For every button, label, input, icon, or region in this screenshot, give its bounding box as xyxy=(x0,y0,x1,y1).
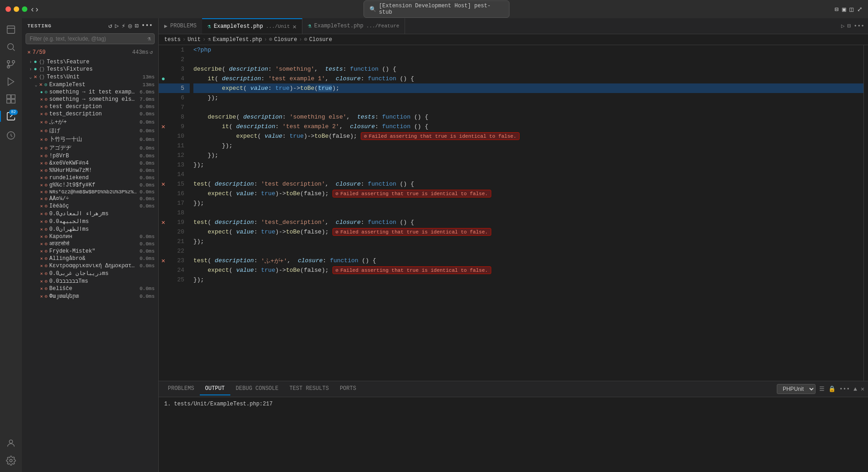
split-editor-icon[interactable]: ⊟ xyxy=(835,5,838,13)
nav-forward-button[interactable]: › xyxy=(36,5,38,14)
list-item[interactable]: ✕ ⊙ 卜竹弓一十山 0.0ms xyxy=(22,135,158,144)
line-num-15: 15 xyxy=(168,181,190,187)
list-item[interactable]: ✕ ⊙ Փայտակերտ 0.0ms xyxy=(22,292,158,300)
code-editor[interactable]: 1 2 3 ●4 5 6 7 8 ✕9 10 11 12 13 14 ✕15 xyxy=(159,45,868,381)
list-item[interactable]: ✕ ⊙ 0.0الجبيههms xyxy=(22,218,158,225)
sidebar-item-explorer[interactable] xyxy=(3,22,19,37)
list-item[interactable]: ● ⊙ something → it test example 1 6.0ms xyxy=(22,88,158,96)
tab-debug-console[interactable]: DEBUG CONSOLE xyxy=(230,383,284,395)
breadcrumb-closure2[interactable]: Closure xyxy=(309,36,332,43)
breadcrumb-tests[interactable]: tests xyxy=(164,36,181,43)
tree-item-time: 0.0ms xyxy=(140,145,155,151)
tree-item-label: ExampleTest xyxy=(49,82,141,88)
tab-exampletest-feature[interactable]: ⚗ ExampleTest.php .../Feature xyxy=(302,18,405,34)
list-item[interactable]: ✕ ⊙ Каролин 0.0ms xyxy=(22,233,158,240)
split-editor-icon[interactable]: ⊟ xyxy=(847,22,851,30)
list-item[interactable]: ✕ ⊙ आउटसोर्स 0.0ms xyxy=(22,240,158,248)
code-token: it xyxy=(222,123,229,130)
list-item[interactable]: ✕ ⊙ 0.0ذریباجان غربیms xyxy=(22,270,158,277)
list-item[interactable]: ✕ ⊙ ふ+が+ 0.0ms xyxy=(22,118,158,126)
breadcrumb-file[interactable]: ExampleTest.php xyxy=(213,36,262,43)
list-item[interactable]: ✕ ⊙ &xe6VeKWF#n4 0.0ms xyxy=(22,160,158,167)
tab-test-results[interactable]: TEST RESULTS xyxy=(284,383,334,395)
more-actions-icon[interactable]: ••• xyxy=(141,22,153,30)
list-item[interactable]: ✕ ⊙ ほげ 0.0ms xyxy=(22,126,158,135)
list-item[interactable]: ✕ ⊙ NRs*Gz2@hmB$W$BPD%%b2U%3P%z%apnwSX 0… xyxy=(22,189,158,195)
list-item[interactable]: ✕ ⊙ !p8VrB 0.0ms xyxy=(22,152,158,160)
sidebar-item-settings[interactable] xyxy=(3,453,19,468)
tree-item-exampletest[interactable]: ⌄ ✕ ⊙ ExampleTest 13ms xyxy=(22,81,158,88)
command-search-bar[interactable]: 🔍 [Extension Development Host] pest-stub xyxy=(364,0,509,18)
maximize-button[interactable] xyxy=(22,6,27,12)
test-item-icon: ⊙ xyxy=(45,153,47,159)
panel-lock-icon[interactable]: 🔒 xyxy=(828,385,836,393)
list-item[interactable]: ✕ ⊙ Belišče 0.0ms xyxy=(22,285,158,292)
phpunit-select[interactable]: PHPUnit xyxy=(777,384,816,394)
list-item[interactable]: ✕ ⊙ %%HurHUnw7zM! 0.0ms xyxy=(22,167,158,174)
list-item[interactable]: ✕ ⊙ something → something else → it test… xyxy=(22,96,158,103)
tab-exampletest-unit[interactable]: ⚗ ExampleTest.php .../Unit ✕ xyxy=(202,18,302,34)
output-icon[interactable]: ⊡ xyxy=(135,22,138,30)
run-tab-icon[interactable]: ▷ xyxy=(841,22,845,30)
panel-more-icon[interactable]: ••• xyxy=(839,386,850,393)
tab-close-button[interactable]: ✕ xyxy=(293,23,296,31)
code-line-6: }); xyxy=(193,93,863,103)
breadcrumb-closure1[interactable]: Closure xyxy=(274,36,297,43)
minimize-button[interactable] xyxy=(14,6,19,12)
breadcrumb-unit[interactable]: Unit xyxy=(187,36,201,43)
debug-tests-icon[interactable]: ⚡ xyxy=(121,22,125,30)
sidebar-item-source-control[interactable] xyxy=(3,57,19,72)
sidebar-item-search[interactable] xyxy=(3,39,19,55)
panel-maximize-icon[interactable]: ▲ xyxy=(853,386,857,393)
sidebar-item-testing[interactable]: 82 xyxy=(3,109,19,124)
sidebar-item-gitlens[interactable] xyxy=(3,128,19,143)
code-token: true xyxy=(286,133,304,140)
svg-marker-5 xyxy=(8,78,14,86)
tree-item-label: Tests\Fixtures xyxy=(47,66,155,73)
tab-problems[interactable]: PROBLEMS xyxy=(162,383,200,395)
list-item[interactable]: ✕ ⊙ ÀÂ¤¼/÷ 0.0ms xyxy=(22,195,158,202)
tree-item-unit[interactable]: ⌄ ✕ {} Tests\Unit 13ms xyxy=(22,73,158,81)
tree-item-fixtures[interactable]: › ● {} Tests\Fixtures xyxy=(22,66,158,73)
list-item[interactable]: ✕ ⊙ 0.0زهراء المعاديms xyxy=(22,210,158,218)
code-content[interactable]: <?php describe( description: 'something'… xyxy=(190,45,863,381)
list-item[interactable]: ✕ ⊙ Allingåbro& 0.0ms xyxy=(22,255,158,262)
close-button[interactable] xyxy=(5,6,11,12)
list-item[interactable]: ✕ ⊙ Frýdek-Místek" 0.0ms xyxy=(22,248,158,255)
fullscreen-icon[interactable]: ⤢ xyxy=(857,5,863,13)
filter-input[interactable] xyxy=(26,33,155,44)
code-token: : xyxy=(375,114,379,120)
list-item[interactable]: ✕ ⊙ rundeliekend 0.0ms xyxy=(22,174,158,182)
list-item[interactable]: ✕ ⊙ Κεντροαφρικανική Δημοκρατία 0.0ms xyxy=(22,262,158,270)
nav-back-button[interactable]: ‹ xyxy=(31,5,34,14)
list-item[interactable]: ✕ ⊙ 0.0الظهرانms xyxy=(22,225,158,233)
list-item[interactable]: ✕ ⊙ test description 0.0ms xyxy=(22,103,158,110)
panel-list-icon[interactable]: ☰ xyxy=(819,385,825,393)
list-item[interactable]: ✕ ⊙ アゴデヂ 0.0ms xyxy=(22,144,158,152)
sidebar-item-run-debug[interactable] xyxy=(3,74,19,89)
tab-ports[interactable]: PORTS xyxy=(334,383,362,395)
toggle-sidebar-icon[interactable]: ◫ xyxy=(850,5,853,13)
coverage-icon[interactable]: ◎ xyxy=(128,22,132,30)
more-tab-icon[interactable]: ••• xyxy=(854,23,864,30)
refresh-tests-icon[interactable]: ↺ xyxy=(109,22,112,30)
panel-close-icon[interactable]: ✕ xyxy=(861,385,864,393)
list-item[interactable]: ✕ ⊙ g%%c!Jt9$fy#Kf 0.0ms xyxy=(22,182,158,189)
error-icon: ⊘ xyxy=(336,267,339,273)
sidebar-item-extensions[interactable] xyxy=(3,91,19,107)
tab-running-extensions[interactable]: ▶ PROBLEMS xyxy=(159,18,202,34)
scrollbar-vertical[interactable] xyxy=(863,45,868,381)
code-token: : xyxy=(323,257,327,264)
run-all-tests-icon[interactable]: ▷ xyxy=(115,22,119,30)
list-item[interactable]: ✕ ⊙ Ièéàöç 0.0ms xyxy=(22,202,158,210)
list-item[interactable]: ✕ ⊙ 0.0בבבבבבTms xyxy=(22,277,158,285)
tree-item-label: !p8VrB xyxy=(49,153,138,159)
code-token: true xyxy=(318,85,332,92)
namespace-icon: {} xyxy=(39,59,45,65)
list-item[interactable]: ✕ ⊙ test_description 0.0ms xyxy=(22,110,158,118)
tab-output[interactable]: OUTPUT xyxy=(200,383,230,395)
refresh-icon[interactable]: ↺ xyxy=(150,49,153,56)
layout-icon[interactable]: ▣ xyxy=(842,5,846,13)
sidebar-item-accounts[interactable] xyxy=(3,436,19,451)
tree-item-feature[interactable]: › ● {} Tests\Feature xyxy=(22,58,158,66)
